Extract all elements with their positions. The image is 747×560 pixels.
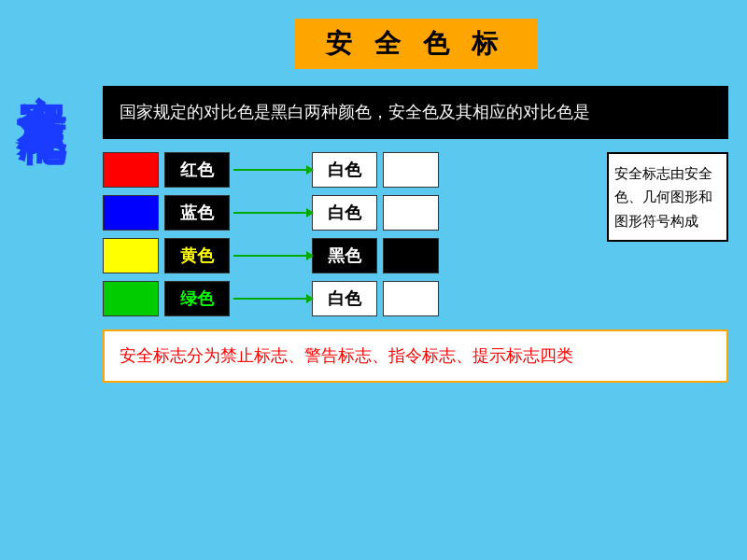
arrow-yellow: [233, 255, 308, 257]
color-name-red: 红色: [164, 152, 230, 188]
color-table: 红色白色蓝色白色黄色黑色绿色白色: [103, 152, 598, 316]
swatch-yellow: [103, 238, 159, 273]
header-title: 安 全 色 标: [294, 19, 537, 69]
color-row-yellow: 黄色黑色: [103, 238, 598, 273]
color-name-green: 绿色: [164, 281, 230, 316]
contrast-label-blue: 白色: [312, 195, 377, 231]
contrast-swatch-yellow: [383, 238, 439, 273]
contrast-swatch-green: [383, 281, 439, 316]
swatch-red: [103, 152, 159, 188]
color-row-blue: 蓝色白色: [103, 195, 598, 231]
swatch-blue: [103, 195, 159, 231]
swatch-green: [103, 281, 159, 316]
contrast-label-red: 白色: [312, 152, 377, 188]
vertical-title: 安全设施标准化: [17, 56, 65, 82]
color-name-blue: 蓝色: [164, 195, 230, 231]
contrast-swatch-blue: [383, 195, 439, 231]
arrow-red: [233, 169, 308, 171]
color-row-green: 绿色白色: [103, 281, 598, 316]
color-name-yellow: 黄色: [164, 238, 230, 273]
contrast-label-green: 白色: [312, 281, 377, 316]
color-row-red: 红色白色: [103, 152, 598, 188]
contrast-label-yellow: 黑色: [312, 238, 377, 273]
arrow-blue: [233, 212, 308, 214]
arrow-green: [233, 298, 308, 300]
main-content: 安 全 色 标 国家规定的对比色是黑白两种颜色，安全色及其相应的对比色是 红色白…: [103, 19, 728, 541]
side-note: 安全标志由安全色、几何图形和图形符号构成: [607, 152, 728, 243]
contrast-swatch-red: [383, 152, 439, 188]
bottom-notice: 安全标志分为禁止标志、警告标志、指令标志、提示标志四类: [103, 329, 728, 383]
description-box: 国家规定的对比色是黑白两种颜色，安全色及其相应的对比色是: [103, 86, 728, 139]
